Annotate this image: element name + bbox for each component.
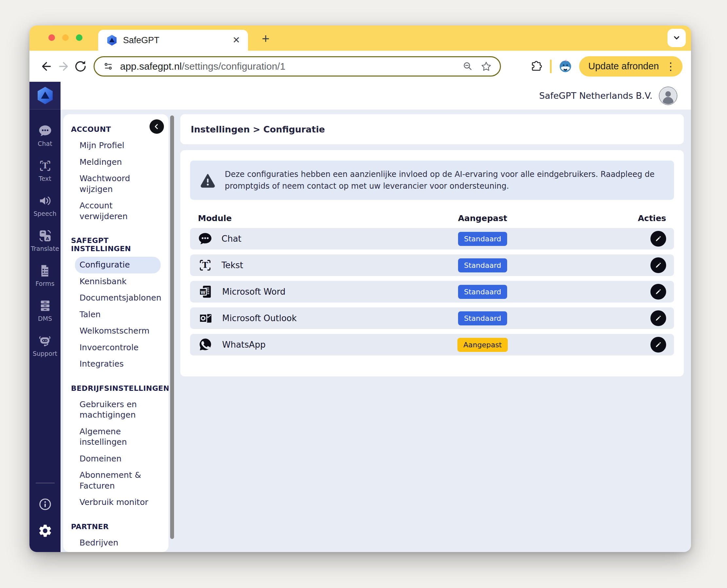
nav-section-title: ACCOUNT (71, 125, 161, 133)
sidebar-item-speech[interactable]: Speech (34, 194, 57, 217)
tab-search-button[interactable] (667, 29, 686, 47)
browser-tab-strip: SafeGPT ✕ + (29, 25, 691, 51)
module-name: WhatsApp (222, 340, 266, 350)
nav-item-domeinen[interactable]: Domeinen (75, 450, 161, 467)
window-close-button[interactable] (48, 34, 55, 41)
table-row-outlook: Microsoft Outlook Standaard (190, 308, 674, 329)
status-badge: Standaard (458, 258, 507, 272)
new-tab-button[interactable]: + (259, 31, 273, 46)
nav-item-verbruik-monitor[interactable]: Verbruik monitor (75, 494, 161, 511)
column-header-module: Module (198, 213, 440, 223)
browser-window: SafeGPT ✕ + app.safegpt.nl/settings/ (29, 25, 691, 552)
nav-item-integraties[interactable]: Integraties (75, 356, 161, 373)
nav-scrollbar (168, 114, 176, 552)
update-button[interactable]: Update afronden ⋮ (579, 56, 683, 77)
tab-title: SafeGPT (123, 35, 159, 45)
svg-text:T: T (42, 161, 48, 170)
nav-item-wachtwoord-wijzigen[interactable]: Wachtwoord wijzigen (75, 170, 161, 197)
svg-text:T: T (202, 260, 208, 270)
warning-banner: Deze configuraties hebben een aanzienlij… (190, 161, 674, 200)
app-shell: Chat T Text (29, 82, 691, 552)
app-header: SafeGPT Netherlands B.V. (61, 82, 691, 109)
nav-item-talen[interactable]: Talen (75, 307, 161, 323)
forward-button[interactable] (55, 58, 72, 75)
bookmark-star-icon[interactable] (480, 61, 492, 72)
chat-icon (38, 124, 52, 138)
kebab-menu-icon[interactable]: ⋮ (664, 61, 678, 71)
window-minimize-button[interactable] (62, 34, 69, 41)
edit-button[interactable] (650, 284, 666, 299)
extension-avatar-button[interactable] (557, 58, 574, 75)
speech-icon (38, 194, 52, 208)
outlook-icon (198, 311, 213, 326)
nav-item-algemene-instellingen[interactable]: Algemene instellingen (75, 423, 161, 450)
user-avatar[interactable] (659, 87, 677, 105)
browser-tab-safegpt[interactable]: SafeGPT ✕ (98, 30, 248, 51)
back-button[interactable] (38, 58, 55, 75)
sidebar-item-text[interactable]: T Text (38, 159, 52, 182)
window-maximize-button[interactable] (76, 34, 82, 41)
sidebar-item-forms[interactable]: Forms (36, 264, 55, 287)
nav-section-partner: PARTNER Bedrijven Systeemlogboeken (71, 523, 161, 552)
column-header-aangepast: Aangepast (440, 213, 525, 223)
zoom-out-icon[interactable] (462, 61, 474, 72)
column-header-acties: Acties (525, 213, 666, 223)
sidebar-item-translate[interactable]: A Translate (31, 229, 59, 252)
translate-icon: A (38, 229, 52, 243)
nav-item-gebruikers-en-machtigingen[interactable]: Gebruikers en machtigingen (75, 396, 161, 423)
pencil-icon (654, 314, 663, 322)
tune-icon[interactable] (102, 61, 114, 72)
configuration-panel: Deze configuraties hebben een aanzienlij… (180, 150, 684, 376)
support-icon (38, 334, 52, 348)
nav-item-invoercontrole[interactable]: Invoercontrole (75, 339, 161, 356)
tab-close-icon[interactable]: ✕ (233, 36, 240, 45)
dms-icon (38, 299, 52, 313)
nav-item-account-verwijderen[interactable]: Account verwijderen (75, 197, 161, 225)
edit-button[interactable] (650, 257, 666, 273)
nav-item-documentsjablonen[interactable]: Documentsjablonen (75, 290, 161, 307)
chat-icon (198, 232, 213, 246)
settings-gear-icon[interactable] (38, 523, 53, 538)
sidebar-item-label: Translate (31, 245, 59, 252)
nav-item-kennisbank[interactable]: Kennisbank (75, 273, 161, 290)
table-row-chat: Chat Standaard (190, 228, 674, 250)
nav-item-welkomstscherm[interactable]: Welkomstscherm (75, 323, 161, 339)
main-content: Instellingen > Configuratie D (176, 114, 684, 552)
info-icon[interactable] (38, 497, 52, 511)
table-header: Module Aangepast Acties (190, 213, 674, 223)
nav-item-configuratie[interactable]: Configuratie (75, 257, 161, 273)
nav-item-systeemlogboeken[interactable]: Systeemlogboeken (75, 551, 161, 552)
status-badge: Standaard (458, 311, 507, 326)
nav-item-meldingen[interactable]: Meldingen (75, 154, 161, 171)
window-controls (48, 34, 82, 41)
sidebar-item-dms[interactable]: DMS (38, 299, 52, 322)
pencil-icon (654, 288, 663, 296)
svg-text:A: A (45, 236, 49, 241)
url-bar[interactable]: app.safegpt.nl/settings/configuration/1 (94, 56, 501, 77)
pencil-icon (654, 340, 663, 349)
extensions-puzzle-button[interactable] (528, 58, 545, 75)
sidebar-item-label: Chat (38, 140, 52, 147)
nav-section-account: ACCOUNT Mijn Profiel Meldingen Wachtwoor… (71, 125, 161, 225)
collapse-nav-button[interactable] (149, 119, 164, 134)
edit-button[interactable] (650, 310, 666, 326)
status-badge: Standaard (458, 285, 507, 299)
sidebar-item-chat[interactable]: Chat (38, 124, 52, 147)
edit-button[interactable] (650, 337, 666, 353)
nav-item-abonnement-facturen[interactable]: Abonnement & Facturen (75, 467, 161, 494)
safegpt-logo[interactable] (29, 82, 61, 109)
update-button-label: Update afronden (588, 61, 659, 71)
status-badge: Aangepast (458, 338, 508, 352)
nav-item-mijn-profiel[interactable]: Mijn Profiel (75, 138, 161, 154)
sidebar-item-label: Speech (34, 210, 57, 217)
edit-button[interactable] (650, 231, 666, 247)
whatsapp-icon (198, 337, 213, 352)
pencil-icon (654, 261, 663, 270)
sidebar-item-support[interactable]: Support (33, 334, 57, 357)
word-icon: W (198, 284, 213, 299)
nav-section-title: PARTNER (71, 523, 161, 531)
nav-scrollbar-thumb[interactable] (170, 115, 174, 539)
nav-section-safegpt-instellingen: SAFEGPT INSTELLINGEN Configuratie Kennis… (71, 236, 161, 373)
nav-item-bedrijven[interactable]: Bedrijven (75, 535, 161, 551)
reload-button[interactable] (72, 58, 89, 75)
